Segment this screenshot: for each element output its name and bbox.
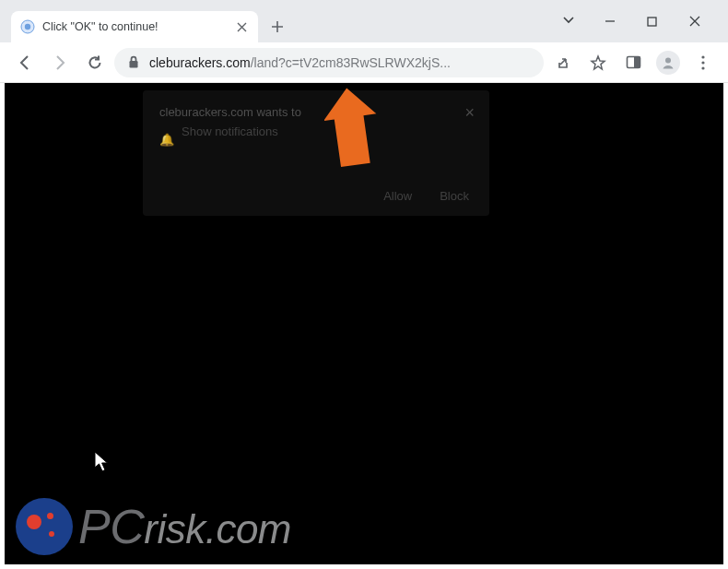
bell-icon: 🔔	[159, 133, 174, 147]
window-minimize-button[interactable]	[605, 16, 621, 27]
window-maximize-button[interactable]	[647, 17, 663, 27]
back-button[interactable]	[9, 47, 41, 78]
bookmark-star-icon[interactable]	[582, 47, 614, 78]
svg-rect-5	[634, 57, 640, 68]
url-host: cleburackers.com	[149, 55, 251, 70]
page-viewport: cleburackers.com wants to 🔔 Show notific…	[5, 83, 723, 564]
browser-toolbar: cleburackers.com/land?c=tV2cm83RwSLRWX2k…	[0, 42, 728, 83]
tab-title: Click "OK" to continue!	[42, 20, 227, 33]
dialog-permission-text: Show notifications	[143, 124, 489, 138]
reload-button[interactable]	[79, 47, 111, 78]
new-tab-button[interactable]	[264, 13, 291, 41]
kebab-menu-icon[interactable]	[687, 47, 719, 78]
svg-point-9	[701, 66, 704, 69]
browser-tab[interactable]: Click "OK" to continue!	[11, 11, 258, 42]
share-icon[interactable]	[547, 47, 579, 78]
side-panel-icon[interactable]	[617, 47, 649, 78]
watermark-text: PCrisk.com	[78, 499, 291, 554]
watermark-logo-icon	[16, 498, 73, 555]
url-text: cleburackers.com/land?c=tV2cm83RwSLRWX2k…	[149, 55, 451, 70]
dialog-close-icon[interactable]: ×	[464, 103, 475, 123]
block-button[interactable]: Block	[440, 189, 469, 203]
svg-point-8	[701, 61, 704, 64]
svg-point-7	[701, 55, 704, 58]
tab-close-icon[interactable]	[234, 19, 249, 34]
address-bar[interactable]: cleburackers.com/land?c=tV2cm83RwSLRWX2k…	[114, 48, 544, 77]
profile-avatar[interactable]	[652, 47, 684, 78]
window-close-button[interactable]	[689, 16, 706, 27]
tab-search-chevron-icon[interactable]	[562, 15, 579, 24]
window-titlebar: Click "OK" to continue!	[0, 0, 728, 42]
tab-favicon	[20, 19, 35, 34]
svg-point-1	[25, 24, 30, 30]
notification-prompt-dialog: cleburackers.com wants to 🔔 Show notific…	[143, 90, 489, 216]
watermark: PCrisk.com	[16, 498, 291, 555]
forward-button[interactable]	[44, 47, 76, 78]
mouse-cursor-icon	[94, 451, 111, 473]
dialog-origin-text: cleburackers.com wants to	[143, 90, 489, 124]
window-controls	[562, 0, 728, 42]
svg-point-6	[665, 57, 671, 63]
lock-icon	[127, 55, 140, 69]
svg-rect-2	[648, 18, 656, 26]
svg-rect-3	[130, 61, 138, 68]
url-path: /land?c=tV2cm83RwSLRWX2kjS...	[251, 55, 451, 70]
allow-button[interactable]: Allow	[383, 189, 412, 203]
